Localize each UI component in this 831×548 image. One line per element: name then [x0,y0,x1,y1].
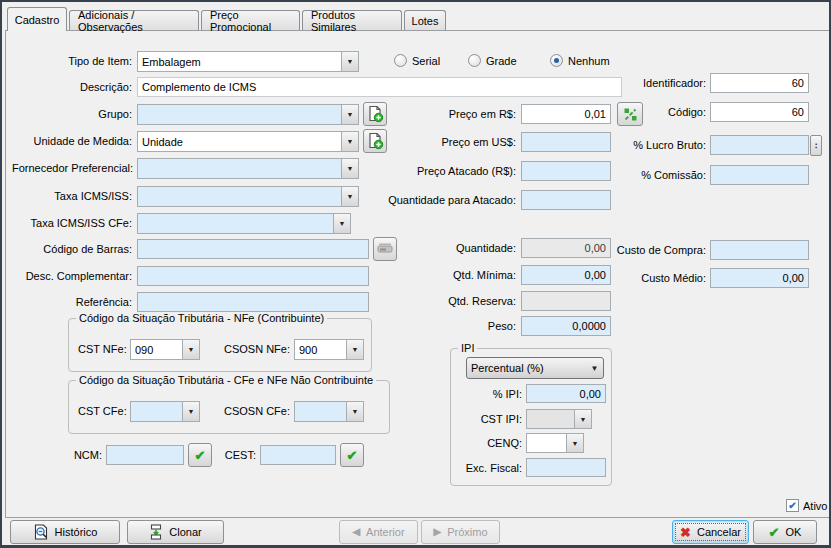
radio-serial-label: Serial [412,55,440,67]
csosn-nfe-label: CSOSN NFe: [224,343,290,355]
cst-nfe-select[interactable]: 090 ▼ [130,339,200,360]
cst-ipi-select[interactable]: ▼ [526,409,592,429]
desc-complementar-input[interactable] [137,266,369,286]
clonar-button[interactable]: Clonar [127,520,224,544]
chevron-down-icon: ▼ [346,340,363,359]
unidade-medida-value: Unidade [138,136,341,148]
clonar-button-label: Clonar [169,526,201,538]
tab-label: Adicionais / Observações [78,9,190,33]
custo-medio-input[interactable] [710,268,809,288]
chevron-down-icon: ▼ [566,434,583,452]
chevron-down-icon: ▼ [182,402,199,421]
preco-uss-label: Preço em US$: [366,136,516,148]
cst-nfe-value: 090 [131,344,182,356]
radio-grade[interactable] [468,54,481,67]
exc-fiscal-label: Exc. Fiscal: [432,462,522,474]
tab-cadastro[interactable]: Cadastro [7,7,67,31]
grupo-select[interactable]: ▼ [137,104,359,125]
ncm-label: NCM: [58,449,102,461]
ipi-pct-input[interactable] [526,384,606,403]
cst-cfe-groupbox-title: Código da Situação Tributária - CFe e NF… [76,374,376,386]
custo-compra-input[interactable] [710,240,809,260]
cst-nfe-groupbox-title: Código da Situação Tributária - NFe (Con… [76,312,327,324]
comissao-input[interactable] [710,165,809,185]
ativo-label: Ativo [803,500,827,512]
cest-label: CEST: [216,449,256,461]
descricao-input[interactable] [137,77,622,97]
ncm-validate-button[interactable]: ✔ [188,443,212,467]
cst-cfe-label: CST CFe: [78,405,127,417]
previous-arrow-icon: ◀ [352,527,360,537]
exc-fiscal-input[interactable] [526,458,606,477]
radio-nenhum-label: Nenhum [568,55,610,67]
chevron-down-icon: ▼ [182,340,199,359]
ipi-mode-value: Percentual (%) [467,362,586,374]
peso-label: Peso: [366,320,516,332]
anterior-button[interactable]: ◀ Anterior [339,520,418,544]
tipo-de-item-select[interactable]: Embalagem ▼ [137,51,359,72]
csosn-cfe-label: CSOSN CFe: [224,405,290,417]
quantidade-atacado-label: Quantidade para Atacado: [366,194,516,206]
tab-lotes[interactable]: Lotes [404,10,446,30]
cancelar-button[interactable]: ✖ Cancelar [672,520,749,544]
clone-icon [149,524,163,540]
custo-medio-label: Custo Médio: [566,272,706,284]
taxa-icms-iss-select[interactable]: ▼ [137,186,359,207]
lucro-bruto-options-button[interactable]: ∶ [810,135,822,156]
proximo-button-label: Próximo [447,526,487,538]
codigo-barras-label: Código de Barras: [12,243,132,255]
next-arrow-icon: ▶ [433,527,441,537]
peso-input[interactable] [521,316,611,336]
cenq-label: CENQ: [432,437,522,449]
tab-adicionais-observacoes[interactable]: Adicionais / Observações [69,10,199,30]
dots-icon: ∶ [815,141,817,151]
ok-button-label: OK [786,526,802,538]
qtd-reserva-input [521,291,611,311]
cst-nfe-label: CST NFe: [78,343,127,355]
fornecedor-preferencial-label: Fornecedor Preferencial: [12,162,132,174]
tab-produtos-similares[interactable]: Produtos Similares [302,10,402,30]
anterior-button-label: Anterior [366,526,405,538]
preco-rs-label: Preço em R$: [366,108,516,120]
csosn-cfe-select[interactable]: ▼ [294,401,364,422]
referencia-input[interactable] [137,292,369,312]
codigo-input[interactable] [710,102,809,122]
qtd-reserva-label: Qtd. Reserva: [366,295,516,307]
tab-label: Preço Promocional [210,9,291,33]
check-icon: ✔ [347,448,358,463]
ok-check-icon: ✔ [769,526,780,539]
identificador-input[interactable] [710,73,809,93]
ncm-input[interactable] [106,445,184,465]
radio-serial[interactable] [394,54,407,67]
codigo-barras-input[interactable] [137,239,369,259]
lucro-bruto-input[interactable] [710,135,809,155]
cenq-select[interactable]: ▼ [526,433,584,453]
tab-label: Produtos Similares [311,9,393,33]
taxa-icms-iss-cfe-label: Taxa ICMS/ISS CFe: [12,217,132,229]
csosn-nfe-select[interactable]: 900 ▼ [294,339,364,360]
cancel-x-icon: ✖ [680,526,691,539]
taxa-icms-iss-cfe-select[interactable]: ▼ [137,213,351,234]
ativo-checkbox[interactable]: ✔ [786,499,799,512]
chevron-down-icon: ▼ [341,159,358,178]
chevron-down-icon: ▼ [341,105,358,124]
csosn-nfe-value: 900 [295,344,346,356]
cest-validate-button[interactable]: ✔ [340,443,364,467]
proximo-button[interactable]: ▶ Próximo [421,520,500,544]
cst-cfe-select[interactable]: ▼ [130,401,200,422]
product-register-window: Cadastro Adicionais / Observações Preço … [0,0,831,548]
ok-button[interactable]: ✔ OK [753,520,817,544]
ipi-mode-select[interactable]: Percentual (%) ▼ [466,357,604,379]
unidade-medida-select[interactable]: Unidade ▼ [137,131,359,152]
fornecedor-preferencial-select[interactable]: ▼ [137,158,359,179]
chevron-down-icon: ▼ [333,214,350,233]
chevron-down-icon: ▼ [586,358,603,378]
quantidade-atacado-input[interactable] [521,190,611,210]
radio-nenhum[interactable] [550,54,563,67]
cest-input[interactable] [260,445,336,465]
taxa-icms-iss-label: Taxa ICMS/ISS: [12,190,132,202]
tab-preco-promocional[interactable]: Preço Promocional [201,10,300,30]
qtd-minima-label: Qtd. Mínima: [366,269,516,281]
unidade-medida-label: Unidade de Medida: [12,135,132,147]
historico-button[interactable]: Histórico [10,520,120,544]
